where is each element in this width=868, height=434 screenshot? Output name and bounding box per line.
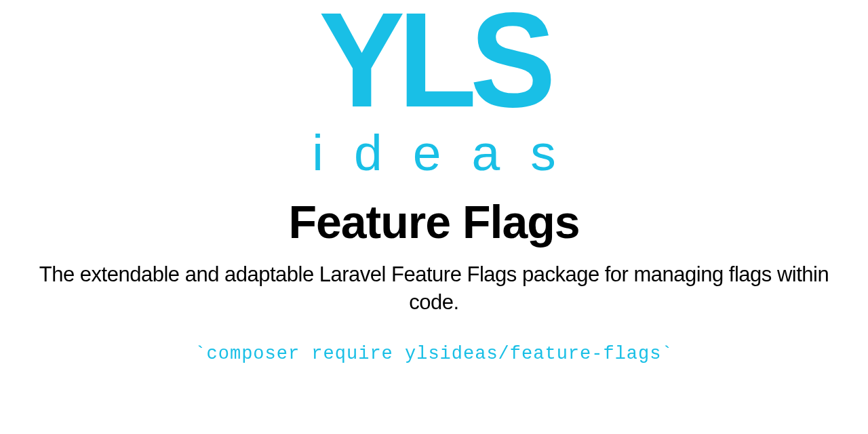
logo-top-text: YLS <box>319 3 549 118</box>
brand-logo: YLS ideas <box>281 5 586 183</box>
page-title: Feature Flags <box>288 195 579 248</box>
page-subtitle: The extendable and adaptable Laravel Fea… <box>34 260 834 317</box>
install-command: `composer require ylsideas/feature-flags… <box>195 344 673 364</box>
